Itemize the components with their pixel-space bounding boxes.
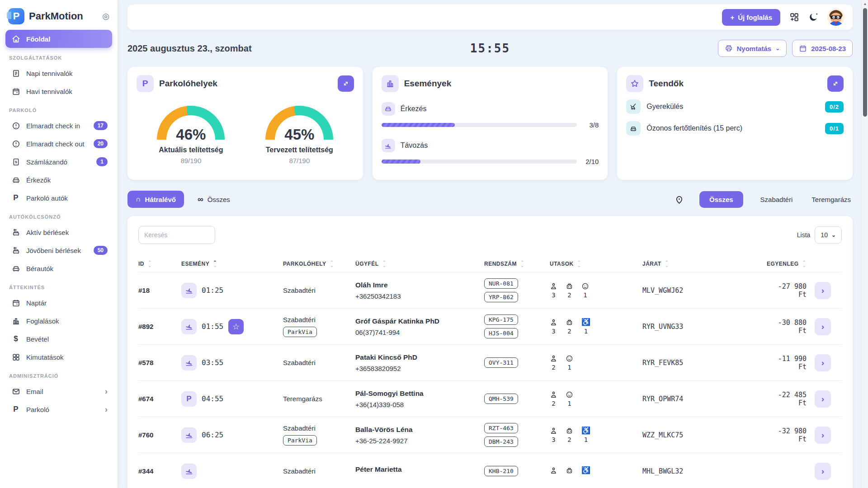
balance-amount: -30 880 Ft (767, 319, 815, 335)
column-header-rendszam[interactable]: RENDSZÁM⌃⌄ (484, 261, 550, 267)
sidebar-item-napi-tennivalok[interactable]: Napi tennivalók (5, 64, 112, 82)
wheelchair-icon: ♿ (581, 466, 590, 474)
sidebar-item-label: Elmaradt check out (26, 140, 88, 148)
sidebar-item-foglalasok[interactable]: Foglalások (5, 312, 112, 330)
column-header-ugyfel[interactable]: ÜGYFÉL⌃⌄ (355, 261, 484, 267)
passengers-cell: 321 (550, 282, 642, 299)
customer-cell: Balla-Vörös Léna+36-25-224-9927 (355, 426, 484, 445)
sidebar-item-berautok[interactable]: Bérautók (5, 259, 112, 277)
card-title: Parkolóhelyek (159, 79, 332, 89)
date-row: 2025 augusztus 23., szombat 15:55 Nyomta… (127, 38, 853, 59)
gauge-ratio: 89/190 (157, 157, 225, 164)
column-header-id[interactable]: ID⌃⌄ (138, 261, 181, 267)
column-header-utasok[interactable]: UTASOK⌃⌄ (550, 261, 642, 267)
location-pin-icon (675, 195, 684, 204)
plates-cell: RZT-463DBM-243 (484, 423, 550, 447)
filter-row: ∩ Hátralévő ∞ Összes Összes Szabadtéri T… (127, 190, 853, 209)
row-detail-button[interactable]: › (815, 390, 831, 408)
expand-button[interactable] (338, 75, 354, 92)
sidebar-item-elmaradt-check-in[interactable]: Elmaradt check in 17 (5, 117, 112, 135)
license-plate-badge: NUR-081 (484, 278, 518, 289)
sidebar-item-naptar[interactable]: Naptár (5, 294, 112, 312)
license-plate-badge: KPG-175 (484, 314, 518, 325)
customer-cell: Péter Marietta (355, 465, 484, 477)
row-detail-button[interactable]: › (815, 463, 831, 480)
search-input[interactable] (138, 226, 215, 244)
flight-number: RYR_OPWR74 (642, 395, 767, 403)
column-header-esemeny[interactable]: ESEMÉNY⌃⌄ (181, 261, 283, 267)
all-filter-button[interactable]: ∞ Összes (198, 195, 230, 204)
todo-count-badge: 0/1 (825, 123, 844, 134)
column-header-jarat[interactable]: JÁRAT⌃⌄ (642, 261, 767, 267)
scrollbar-thumb[interactable] (863, 8, 867, 117)
collapse-toggle-icon[interactable]: ◎ (102, 11, 109, 21)
column-header-egyenleg[interactable]: EGYENLEG⌃⌄ (767, 261, 815, 267)
user-avatar[interactable] (827, 9, 844, 26)
scroll-up-arrow[interactable]: ▲ (862, 0, 868, 7)
sidebar-item-email[interactable]: Email › (5, 382, 112, 400)
parking-p-icon: P (11, 405, 21, 414)
customer-name: Oláh Imre (355, 281, 484, 289)
gauge-percent: 45% (265, 126, 333, 140)
sidebar-item-fooldal[interactable]: Főoldal (5, 30, 112, 48)
sidebar-item-parkolo-autok[interactable]: P Parkoló autók (5, 189, 112, 207)
departures-progress: Távozás 2/10 (382, 139, 599, 165)
widgets-icon[interactable] (789, 12, 799, 22)
sidebar-item-szamlazando[interactable]: $ Számlázandó 1 (5, 153, 112, 171)
passenger-count: 2 (567, 436, 571, 443)
sidebar-item-elmaradt-check-out[interactable]: Elmaradt check out 20 (5, 135, 112, 153)
row-detail-button[interactable]: › (815, 318, 831, 335)
plates-cell: NUR-081YRP-862 (484, 278, 550, 302)
expand-button[interactable] (827, 75, 844, 92)
sidebar-item-bevetel[interactable]: $ Bevétel (5, 330, 112, 348)
passenger-count: 2 (567, 291, 571, 299)
passengers-cell: 32♿1 (550, 427, 642, 443)
booking-id: #18 (138, 286, 181, 294)
location-tab-teremgarazs[interactable]: Teremgarázs (810, 191, 853, 208)
main-content: + Új foglalás 2025 augusztus 23., szomba… (118, 0, 868, 488)
page-size-select[interactable]: 10 ⌄ (815, 226, 842, 244)
smiley-icon (566, 390, 573, 399)
tasks-icon (11, 69, 21, 78)
new-booking-button[interactable]: + Új foglalás (722, 9, 780, 26)
column-header-parkolohely[interactable]: PARKOLÓHELY⌃⌄ (283, 261, 355, 267)
table-row: #344SzabadtériPéter MariettaKHB-210♿MHL_… (138, 453, 842, 488)
sidebar-item-kimutatasok[interactable]: Kimutatások (5, 348, 112, 366)
todo-row[interactable]: Ózonos fertőtlenítés (15 perc) 0/1 (626, 121, 844, 136)
sidebar-item-parkolo[interactable]: P Parkoló › (5, 400, 112, 418)
sidebar-item-label: Havi tennivalók (26, 88, 108, 95)
row-detail-button[interactable]: › (815, 354, 831, 371)
passenger-count: 2 (552, 400, 555, 407)
sidebar-item-label: Email (26, 388, 99, 395)
location-tab-szabadteri[interactable]: Szabadtéri (759, 191, 795, 208)
sidebar-item-erkezok[interactable]: Érkezők (5, 171, 112, 189)
dark-mode-moon-icon[interactable] (808, 12, 818, 22)
current-date: 2025 augusztus 23., szombat (127, 43, 470, 54)
date-picker-button[interactable]: 2025-08-23 (792, 40, 853, 57)
passengers-cell: 21 (550, 390, 642, 407)
plus-icon: + (730, 14, 734, 21)
todos-card: Teendők Gyerekülés 0/2 Ózonos fertőtlení… (617, 67, 853, 180)
app-title: ParkMotion (29, 10, 98, 22)
vertical-scrollbar[interactable]: ▲ (861, 0, 868, 488)
print-button[interactable]: Nyomtatás ⌄ (718, 40, 787, 57)
passenger-count: 3 (552, 328, 555, 335)
parking-location: SzabadtériParkVia (283, 424, 355, 446)
remaining-filter-button[interactable]: ∩ Hátralévő (127, 191, 184, 208)
person-icon (550, 282, 557, 290)
wheelchair-icon: ♿ (581, 427, 590, 435)
sidebar-item-havi-tennivalok[interactable]: Havi tennivalók (5, 82, 112, 100)
count-badge: 20 (94, 139, 108, 148)
row-detail-button[interactable]: › (815, 427, 831, 444)
flight-number: MLV_WGWJ62 (642, 286, 767, 295)
todo-row[interactable]: Gyerekülés 0/2 (626, 99, 844, 114)
sidebar-item-aktiv-berlesek[interactable]: Aktív bérlések (5, 223, 112, 241)
location-tab-osszes[interactable]: Összes (699, 191, 743, 208)
plane-landing-icon (181, 355, 197, 371)
chevron-right-icon: › (105, 405, 108, 414)
sidebar-item-label: Érkezők (26, 176, 108, 184)
license-plate-badge: HJS-004 (484, 328, 518, 338)
row-detail-button[interactable]: › (815, 282, 831, 299)
sidebar-item-jovobeni-berlesek[interactable]: Jövőbeni bérlések 50 (5, 241, 112, 259)
sidebar-item-label: Naptár (26, 299, 108, 307)
